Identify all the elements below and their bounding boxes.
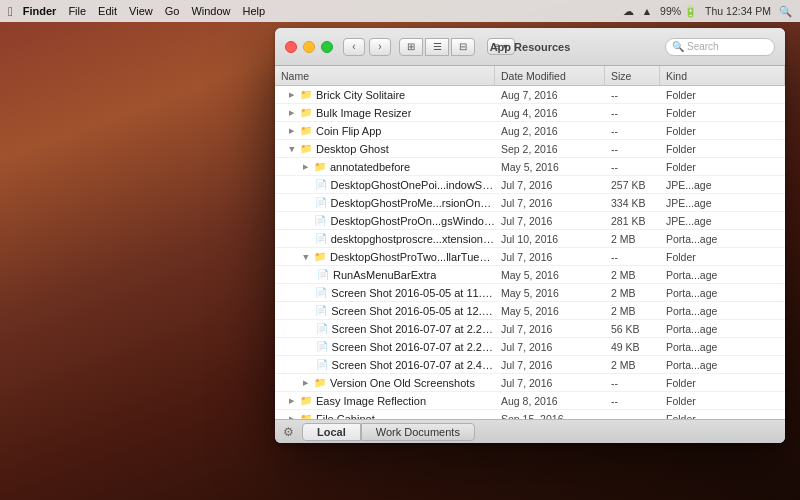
spotlight-icon[interactable]: 🔍 xyxy=(779,5,792,18)
traffic-lights xyxy=(285,41,333,53)
finder-window: ‹ › ⊞ ☰ ⊟ App Resources ≡ ▾ 🔍 Search Nam… xyxy=(275,28,785,443)
file-kind: Porta...age xyxy=(660,269,785,281)
folder-icon: 📁 xyxy=(300,143,312,154)
file-icon: 📄 xyxy=(316,323,328,334)
file-date: Jul 7, 2016 xyxy=(495,341,605,353)
file-icon: 📄 xyxy=(315,287,327,298)
file-size: 2 MB xyxy=(605,287,660,299)
folder-icon: 📁 xyxy=(300,107,312,118)
menubar-edit[interactable]: Edit xyxy=(98,5,117,17)
table-row[interactable]: ▶📁Brick City SolitaireAug 7, 2016--Folde… xyxy=(275,86,785,104)
expand-triangle[interactable]: ▶ xyxy=(302,254,310,259)
file-name-label: DesktopGhostProOn...gsWindowShowing.jpg xyxy=(330,215,495,227)
file-date: May 5, 2016 xyxy=(495,161,605,173)
nav-buttons: ‹ › xyxy=(343,38,391,56)
work-documents-tab[interactable]: Work Documents xyxy=(361,423,475,441)
file-name-label: RunAsMenuBarExtra xyxy=(333,269,436,281)
expand-triangle[interactable]: ▶ xyxy=(289,127,294,135)
expand-triangle[interactable]: ▶ xyxy=(303,379,308,387)
menubar:  Finder File Edit View Go Window Help ☁… xyxy=(0,0,800,22)
file-size: -- xyxy=(605,377,660,389)
file-icon: 📄 xyxy=(317,269,329,280)
table-row[interactable]: ▶📁Desktop GhostSep 2, 2016--Folder xyxy=(275,140,785,158)
file-kind: Folder xyxy=(660,125,785,137)
file-date: Aug 7, 2016 xyxy=(495,89,605,101)
file-date: Aug 2, 2016 xyxy=(495,125,605,137)
forward-button[interactable]: › xyxy=(369,38,391,56)
local-tab[interactable]: Local xyxy=(302,423,361,441)
file-date: Sep 2, 2016 xyxy=(495,143,605,155)
file-name-label: Screen Shot 2016-05-05 at 11.59.52 AM xyxy=(331,287,495,299)
expand-triangle[interactable]: ▶ xyxy=(303,163,308,171)
file-list: ▶📁Brick City SolitaireAug 7, 2016--Folde… xyxy=(275,86,785,419)
menubar-window[interactable]: Window xyxy=(191,5,230,17)
menubar-file[interactable]: File xyxy=(68,5,86,17)
expand-triangle[interactable]: ▶ xyxy=(289,397,294,405)
col-header-date[interactable]: Date Modified xyxy=(495,66,605,85)
table-row[interactable]: ▶📁Bulk Image ResizerAug 4, 2016--Folder xyxy=(275,104,785,122)
file-kind: JPE...age xyxy=(660,215,785,227)
file-name-label: Brick City Solitaire xyxy=(316,89,405,101)
file-kind: JPE...age xyxy=(660,179,785,191)
file-date: May 5, 2016 xyxy=(495,287,605,299)
minimize-button[interactable] xyxy=(303,41,315,53)
col-header-name[interactable]: Name xyxy=(275,66,495,85)
file-size: 257 KB xyxy=(605,179,660,191)
menubar-help[interactable]: Help xyxy=(243,5,266,17)
menubar-right: ☁ ▲ 99% 🔋 Thu 12:34 PM 🔍 xyxy=(623,5,792,18)
file-date: Jul 10, 2016 xyxy=(495,233,605,245)
file-kind: Folder xyxy=(660,89,785,101)
search-placeholder: Search xyxy=(687,41,719,52)
file-icon: 📄 xyxy=(315,305,327,316)
menubar-go[interactable]: Go xyxy=(165,5,180,17)
table-row[interactable]: 📄DesktopGhostProOn...gsWindowShowing.jpg… xyxy=(275,212,785,230)
expand-triangle[interactable]: ▶ xyxy=(288,146,296,151)
maximize-button[interactable] xyxy=(321,41,333,53)
file-name-label: annotatedbefore xyxy=(330,161,410,173)
back-button[interactable]: ‹ xyxy=(343,38,365,56)
table-row[interactable]: ▶📁DesktopGhostProTwo...llarTuesPromoImag… xyxy=(275,248,785,266)
table-row[interactable]: 📄DesktopGhostOnePoi...indowScreenshot.jp… xyxy=(275,176,785,194)
file-kind: Porta...age xyxy=(660,359,785,371)
icon-view-button[interactable]: ⊞ xyxy=(399,38,423,56)
search-box[interactable]: 🔍 Search xyxy=(665,38,775,56)
gear-button[interactable]: ⚙ xyxy=(283,425,294,439)
table-row[interactable]: 📄Screen Shot 2016-07-07 at 2.21.00 PMJul… xyxy=(275,338,785,356)
table-row[interactable]: ▶📁Easy Image ReflectionAug 8, 2016--Fold… xyxy=(275,392,785,410)
menubar-finder[interactable]: Finder xyxy=(23,5,57,17)
col-header-size[interactable]: Size xyxy=(605,66,660,85)
table-row[interactable]: 📄Screen Shot 2016-07-07 at 2.42.41 PMJul… xyxy=(275,356,785,374)
file-kind: Porta...age xyxy=(660,233,785,245)
file-size: -- xyxy=(605,107,660,119)
table-row[interactable]: 📄desktopghostproscre...xtensioncontextme… xyxy=(275,230,785,248)
file-date: Jul 7, 2016 xyxy=(495,251,605,263)
close-button[interactable] xyxy=(285,41,297,53)
apple-menu[interactable]:  xyxy=(8,4,13,19)
table-row[interactable]: ▶📁Coin Flip AppAug 2, 2016--Folder xyxy=(275,122,785,140)
table-row[interactable]: 📄Screen Shot 2016-05-05 at 11.59.52 AMMa… xyxy=(275,284,785,302)
file-icon: 📄 xyxy=(315,197,327,208)
table-row[interactable]: 📄Screen Shot 2016-07-07 at 2.20.54 PMJul… xyxy=(275,320,785,338)
file-kind: Porta...age xyxy=(660,287,785,299)
file-icon: 📄 xyxy=(316,359,328,370)
file-date: Jul 7, 2016 xyxy=(495,323,605,335)
menubar-view[interactable]: View xyxy=(129,5,153,17)
list-view-button[interactable]: ☰ xyxy=(425,38,449,56)
file-kind: Folder xyxy=(660,161,785,173)
table-row[interactable]: 📄RunAsMenuBarExtraMay 5, 20162 MBPorta..… xyxy=(275,266,785,284)
file-kind: Folder xyxy=(660,377,785,389)
col-header-kind[interactable]: Kind xyxy=(660,66,785,85)
table-row[interactable]: ▶📁Version One Old ScreenshotsJul 7, 2016… xyxy=(275,374,785,392)
expand-triangle[interactable]: ▶ xyxy=(289,109,294,117)
table-row[interactable]: 📄Screen Shot 2016-05-05 at 12.05.39 PMMa… xyxy=(275,302,785,320)
column-view-button[interactable]: ⊟ xyxy=(451,38,475,56)
table-row[interactable]: 📄DesktopGhostProMe...rsionOnePointFive.j… xyxy=(275,194,785,212)
file-date: May 5, 2016 xyxy=(495,305,605,317)
file-size: -- xyxy=(605,395,660,407)
column-headers: Name Date Modified Size Kind xyxy=(275,66,785,86)
folder-icon: 📁 xyxy=(300,125,312,136)
expand-triangle[interactable]: ▶ xyxy=(289,91,294,99)
table-row[interactable]: ▶📁annotatedbeforeMay 5, 2016--Folder xyxy=(275,158,785,176)
folder-icon: 📁 xyxy=(314,161,326,172)
table-row[interactable]: ▶📁File CabinetSep 15, 2016--Folder xyxy=(275,410,785,419)
